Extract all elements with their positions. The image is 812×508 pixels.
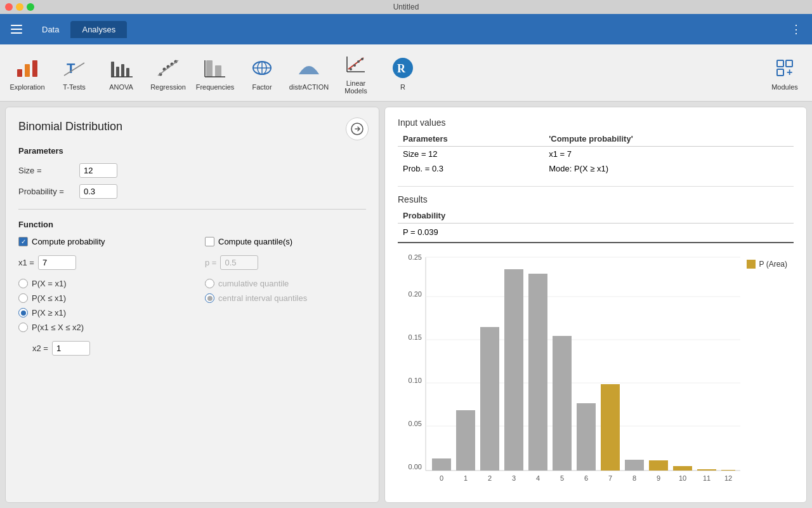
content-area: Binomial Distribution Parameters Size = … [0,102,812,508]
legend-color-box [747,260,756,269]
svg-text:0.10: 0.10 [409,377,422,384]
svg-text:7: 7 [608,474,612,482]
chart-container: P (Area) 0.00 0.05 0.10 0.15 0.20 0.25 [398,253,794,497]
exploration-label: Exploration [10,83,44,91]
svg-rect-36 [777,60,783,67]
regression-button[interactable]: Regression [146,48,190,98]
radio-cum-q[interactable]: cumulative quantile [205,279,366,288]
minimize-button[interactable] [16,3,23,11]
svg-point-31 [353,64,356,67]
input-header-row: Parameters 'Compute probability' [398,131,794,147]
compute-quantiles-col: Compute quantile(s) p = cumulative quant… [205,237,366,356]
linearmodels-button[interactable]: Linear Models [334,48,378,98]
radio-px-geq-label: P(X ≥ x1) [32,308,66,318]
svg-text:3: 3 [512,474,516,482]
probability-value: P = 0.039 [398,224,794,243]
right-panel: Input values Parameters 'Compute probabi… [384,107,807,503]
distraction-button[interactable]: distrACTION [287,48,331,98]
factor-button[interactable]: Factor [240,48,284,98]
chart-legend: P (Area) [747,260,787,269]
probability-col-header: Probability [398,208,794,224]
bar-1 [456,410,475,471]
compute-quantiles-checkbox[interactable]: Compute quantile(s) [205,237,366,246]
quantile-radio-group: cumulative quantile central interval qua… [205,279,366,303]
radio-px-leq[interactable]: P(X ≤ x1) [18,293,180,303]
ttests-label: T-Tests [63,83,85,91]
radio-px-geq-inner [21,311,26,316]
input-row2-col1: Prob. = 0.3 [398,161,544,176]
svg-rect-3 [17,69,22,77]
probability-input[interactable] [79,184,117,199]
window-controls [5,3,34,11]
input-col2-header: 'Compute probability' [544,131,794,147]
svg-text:0.05: 0.05 [409,420,422,427]
probability-radio-group: P(X = x1) P(X ≤ x1) P(X ≥ x1) P [18,279,180,332]
close-button[interactable] [5,3,13,11]
tab-analyses[interactable]: Analyses [70,21,127,38]
p-input[interactable] [220,255,258,270]
input-row2-col2: Mode: P(X ≥ x1) [544,161,794,176]
x2-input[interactable] [52,341,90,356]
bar-12 [721,470,735,471]
r-button[interactable]: R R [381,48,425,98]
results-header: Results [398,194,794,204]
x1-row: x1 = [18,255,180,270]
p-row: p = [205,255,366,270]
radio-central-q-inner [207,296,213,301]
radio-px-range[interactable]: P(x1 ≤ X ≤ x2) [18,323,180,332]
bar-6 [577,403,596,471]
svg-point-30 [350,68,352,70]
radio-px-eq-label: P(X = x1) [32,279,67,288]
bar-11 [697,469,716,471]
svg-text:0: 0 [440,474,443,482]
bar-4 [528,274,547,471]
compute-probability-checkbox[interactable]: ✓ Compute probability [18,237,180,246]
svg-text:10: 10 [679,474,686,482]
toolbar-tabs: Data Analyses [30,21,127,38]
input-col1-header: Parameters [398,131,544,147]
exploration-button[interactable]: Exploration [5,48,49,98]
svg-text:R: R [397,62,406,75]
svg-text:0.25: 0.25 [409,253,422,261]
frequencies-button[interactable]: Frequencies [193,48,237,98]
radio-px-geq[interactable]: P(X ≥ x1) [18,308,180,318]
size-row: Size = [18,163,366,178]
ttests-button[interactable]: T T-Tests [52,48,96,98]
chart-wrapper: P (Area) 0.00 0.05 0.10 0.15 0.20 0.25 [398,253,794,497]
maximize-button[interactable] [27,3,34,11]
radio-central-q[interactable]: central interval quantiles [205,293,366,303]
svg-text:2: 2 [488,474,492,482]
bar-8 [625,460,644,471]
svg-rect-10 [121,64,124,77]
results-value-row: P = 0.039 [398,224,794,243]
input-row-2: Prob. = 0.3 Mode: P(X ≥ x1) [398,161,794,176]
menu-button[interactable] [5,18,28,41]
radio-px-leq-label: P(X ≤ x1) [32,293,66,303]
radio-px-eq[interactable]: P(X = x1) [18,279,180,288]
x1-input[interactable] [38,255,76,270]
anova-button[interactable]: ANOVA [99,48,143,98]
bar-7 [601,384,620,471]
p-label: p = [205,258,216,267]
input-values-table: Parameters 'Compute probability' Size = … [398,131,794,176]
panel-arrow-button[interactable] [346,117,369,140]
panel-title: Binomial Distribution [18,120,366,133]
svg-point-32 [357,60,360,63]
more-options-button[interactable]: ⋮ [785,20,807,39]
svg-rect-37 [786,60,792,67]
modules-button[interactable]: + Modules [763,48,807,98]
input-row1-col2: x1 = 7 [544,147,794,162]
distraction-label: distrACTION [289,83,329,91]
radio-central-q-btn [205,293,214,303]
radio-cum-q-label: cumulative quantile [218,279,289,288]
svg-point-33 [361,58,363,60]
bar-5 [553,336,572,471]
input-values-header: Input values [398,117,794,128]
size-input[interactable] [79,163,117,178]
svg-text:5: 5 [560,474,564,482]
input-row-1: Size = 12 x1 = 7 [398,147,794,162]
frequencies-label: Frequencies [196,83,235,91]
svg-rect-5 [32,60,37,77]
tab-data[interactable]: Data [30,21,70,38]
svg-rect-2 [11,32,22,34]
